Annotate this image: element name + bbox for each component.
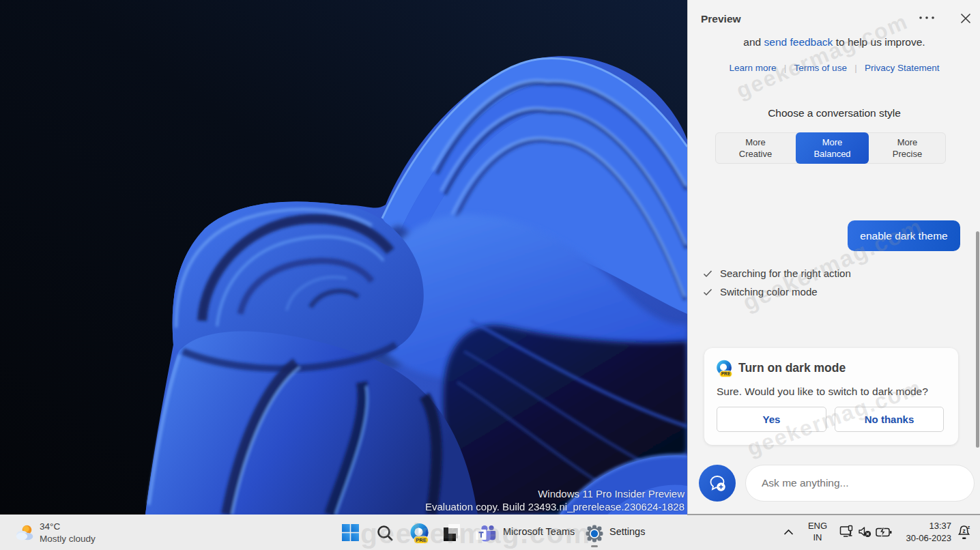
- svg-text:z: z: [968, 525, 970, 530]
- svg-text:PRE: PRE: [721, 371, 731, 376]
- svg-text:PRE: PRE: [416, 537, 426, 543]
- svg-text:z: z: [962, 527, 965, 534]
